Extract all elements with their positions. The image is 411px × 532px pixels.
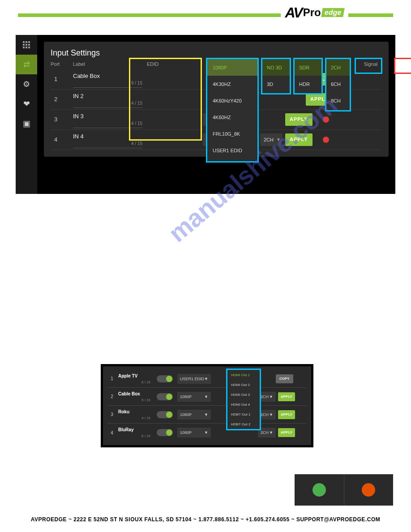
label-count: 4 / 15 — [73, 101, 142, 106]
enable-toggle[interactable] — [157, 393, 173, 400]
edid-option[interactable]: 4K60HZ — [207, 109, 257, 125]
heart-pulse-icon: ❤ — [23, 99, 30, 109]
dropdown-ch[interactable]: 2CH▼ — [260, 133, 283, 146]
label-text: Roku — [118, 409, 150, 415]
enable-toggle[interactable] — [157, 411, 173, 418]
sidebar-health-icon[interactable]: ❤ — [16, 94, 37, 114]
ch-option[interactable]: 8CH — [326, 92, 350, 109]
sidebar: ⇄ ⚙ ❤ ▣ — [16, 35, 37, 194]
output-option[interactable]: HDMI Out 4 — [227, 399, 260, 409]
edid-option[interactable]: 1080P — [207, 59, 257, 76]
label-count: 4 / 15 — [73, 121, 142, 126]
output-option[interactable]: HDBT Out 1 — [227, 409, 260, 419]
edid-dropdown-list[interactable]: 1080P 4K30HZ 4K60HzY420 4K60HZ FRL10G_8K… — [206, 58, 259, 163]
edid-option[interactable]: FRL10G_8K — [207, 125, 257, 142]
copy-row-3: 3 Roku4 / 15 1080P▼ 2CH▼ APPLY — [107, 406, 307, 424]
chevron-down-icon: ▼ — [204, 430, 208, 435]
logo-pro: Pro — [303, 7, 321, 18]
select-value: 1080P — [180, 395, 192, 399]
apply-button[interactable]: APPLY — [278, 428, 295, 437]
header-bar: AV Pro edge — [18, 13, 393, 17]
apply-button[interactable]: APPLY — [278, 410, 295, 419]
edid-option[interactable]: USER1 EDID — [207, 142, 257, 159]
select-value: 1080P — [180, 430, 192, 435]
hdr-option[interactable]: SDR — [295, 59, 321, 76]
3d-option[interactable]: 3D — [262, 76, 290, 92]
header-label: Label — [73, 62, 147, 67]
signal-cell — [317, 137, 335, 143]
red-dot-icon — [362, 483, 375, 497]
chevron-down-icon: ▼ — [269, 430, 273, 435]
edid-option[interactable]: 4K60HzY420 — [207, 92, 257, 109]
grid-icon — [23, 41, 30, 48]
enable-toggle[interactable] — [157, 429, 173, 436]
label-input[interactable]: Cable Box 9 / 15 — [73, 71, 142, 88]
copy-panel: 1 Apple TV8 / 15 USER1 EDID▼ COPY 2 Cabl… — [103, 366, 311, 445]
ch-option[interactable]: 2CH — [326, 59, 350, 76]
output-dropdown-list[interactable]: HDMI Out 1 HDMI Out 2 HDMI Out 3 HDMI Ou… — [226, 369, 261, 430]
output-option[interactable]: HDMI Out 1 — [227, 370, 260, 380]
sidebar-settings-icon[interactable]: ⚙ — [16, 74, 37, 94]
enable-toggle[interactable] — [157, 375, 173, 382]
label-text: IN 2 — [73, 93, 142, 99]
edid-select[interactable]: 1080P▼ — [177, 410, 211, 420]
label-input[interactable]: BluRay6 / 15 — [116, 427, 152, 438]
label-input[interactable]: IN 4 4 / 15 — [73, 131, 142, 148]
legend-red — [344, 474, 394, 506]
apply-button[interactable]: APPLY — [278, 392, 295, 401]
3d-dropdown-list[interactable]: NO 3D 3D — [261, 58, 291, 94]
hdr-option[interactable]: HDR — [295, 76, 321, 92]
edid-select[interactable]: 1080P▼ — [177, 392, 211, 402]
output-option[interactable]: HDMI Out 2 — [227, 380, 260, 390]
hdr-dropdown-list[interactable]: SDR HDR — [293, 58, 323, 94]
chevron-down-icon: ▼ — [204, 395, 208, 399]
copy-button[interactable]: COPY — [276, 374, 293, 383]
footer-text: AVPROEDGE ~ 2222 E 52ND ST N SIOUX FALLS… — [0, 506, 411, 522]
copy-row-4: 4 BluRay6 / 15 1080P▼ 2CH▼ APPLY — [107, 424, 307, 442]
select-value: 2CH — [261, 395, 269, 399]
copy-row-1: 1 Apple TV8 / 15 USER1 EDID▼ COPY — [107, 370, 307, 388]
port-number: 4 — [51, 136, 73, 143]
port-number: 1 — [51, 76, 73, 82]
label-count: 4 / 15 — [73, 141, 142, 146]
select-value: 1080P — [180, 412, 192, 417]
dropdown-value: 2CH — [264, 137, 274, 142]
edid-select[interactable]: 1080P▼ — [177, 428, 211, 438]
app-screenshot-1: ⇄ ⚙ ❤ ▣ Input Settings Port Label EDID S… — [16, 35, 395, 194]
label-input[interactable]: IN 2 4 / 15 — [73, 91, 142, 108]
chevron-down-icon: ▼ — [204, 412, 208, 417]
label-input[interactable]: Roku4 / 15 — [116, 409, 152, 420]
logo-edge: edge — [321, 8, 345, 17]
apply-button[interactable]: APPLY — [285, 133, 313, 146]
3d-option[interactable]: NO 3D — [262, 59, 290, 76]
output-option[interactable]: HDMI Out 3 — [227, 390, 260, 399]
legend-green — [295, 474, 344, 506]
port-number: 1 — [107, 376, 116, 381]
label-input[interactable]: Apple TV8 / 15 — [116, 373, 152, 384]
label-input[interactable]: IN 3 4 / 15 — [73, 111, 142, 128]
apply-button[interactable]: APPLY — [285, 113, 313, 126]
port-number: 2 — [107, 394, 116, 399]
sidebar-terminal-icon[interactable]: ▣ — [16, 114, 37, 133]
ch-option[interactable]: 6CH — [326, 76, 350, 92]
chevron-down-icon: ▼ — [269, 412, 273, 417]
ch-dropdown-list[interactable]: 2CH 6CH 8CH — [325, 58, 351, 112]
label-text: Apple TV — [118, 373, 150, 379]
chevron-down-icon: ▼ — [276, 137, 281, 142]
output-option[interactable]: HDBT Out 2 — [227, 419, 260, 429]
edid-option[interactable]: 4K30HZ — [207, 76, 257, 92]
sidebar-routing-icon[interactable]: ⇄ — [16, 55, 37, 74]
label-input[interactable]: Cable Box9 / 15 — [116, 391, 152, 402]
gear-icon: ⚙ — [23, 79, 30, 89]
edid-select[interactable]: USER1 EDID▼ — [177, 374, 211, 384]
select-value: USER1 EDID — [180, 377, 204, 381]
label-text: BluRay — [118, 427, 150, 433]
label-count: 6 / 15 — [118, 434, 150, 438]
select-value: 2CH — [261, 412, 269, 417]
signal-dot — [323, 137, 329, 143]
chevron-down-icon: ▼ — [204, 377, 208, 381]
port-number: 3 — [107, 412, 116, 417]
sidebar-grid-icon[interactable] — [16, 35, 37, 55]
highlight-signal — [394, 58, 411, 74]
panel-title: Input Settings — [51, 48, 382, 58]
